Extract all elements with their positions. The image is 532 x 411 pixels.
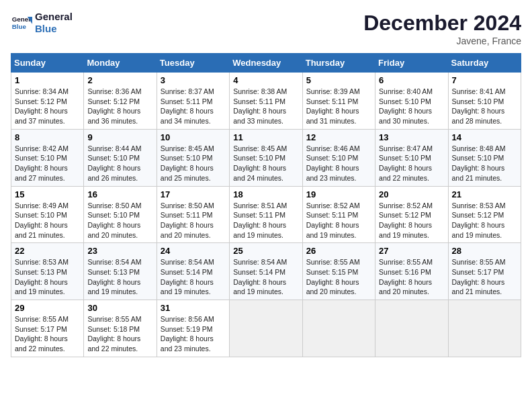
cell-info: Sunrise: 8:41 AMSunset: 5:10 PMDaylight:… bbox=[452, 87, 506, 125]
day-number: 14 bbox=[452, 132, 517, 142]
day-number: 24 bbox=[161, 246, 226, 256]
cell-info: Sunrise: 8:55 AMSunset: 5:15 PMDaylight:… bbox=[306, 258, 360, 295]
calendar-cell: 21Sunrise: 8:53 AMSunset: 5:12 PMDayligh… bbox=[448, 186, 521, 243]
calendar-cell: 29Sunrise: 8:55 AMSunset: 5:17 PMDayligh… bbox=[11, 300, 84, 357]
day-number: 7 bbox=[452, 75, 517, 85]
calendar-cell bbox=[302, 300, 375, 357]
cell-info: Sunrise: 8:45 AMSunset: 5:10 PMDaylight:… bbox=[161, 144, 214, 182]
cell-info: Sunrise: 8:49 AMSunset: 5:10 PMDaylight:… bbox=[15, 201, 69, 239]
calendar-row: 8Sunrise: 8:42 AMSunset: 5:10 PMDaylight… bbox=[11, 129, 521, 186]
calendar-cell: 10Sunrise: 8:45 AMSunset: 5:10 PMDayligh… bbox=[157, 129, 229, 186]
day-number: 9 bbox=[87, 132, 152, 142]
cell-info: Sunrise: 8:54 AMSunset: 5:14 PMDaylight:… bbox=[161, 258, 214, 295]
logo: General Blue General Blue bbox=[11, 11, 73, 35]
day-number: 28 bbox=[452, 246, 517, 256]
calendar-cell: 18Sunrise: 8:51 AMSunset: 5:11 PMDayligh… bbox=[230, 186, 302, 243]
logo-line1: General bbox=[35, 11, 73, 23]
day-number: 23 bbox=[87, 246, 152, 256]
weekday-header-cell: Saturday bbox=[448, 54, 521, 73]
cell-info: Sunrise: 8:47 AMSunset: 5:10 PMDaylight:… bbox=[379, 144, 433, 182]
calendar-cell: 14Sunrise: 8:48 AMSunset: 5:10 PMDayligh… bbox=[448, 129, 521, 186]
calendar-cell: 25Sunrise: 8:54 AMSunset: 5:14 PMDayligh… bbox=[230, 243, 302, 300]
day-number: 6 bbox=[379, 75, 444, 85]
calendar-cell: 1Sunrise: 8:34 AMSunset: 5:12 PMDaylight… bbox=[11, 73, 84, 130]
calendar-cell: 11Sunrise: 8:45 AMSunset: 5:10 PMDayligh… bbox=[230, 129, 302, 186]
calendar-cell: 20Sunrise: 8:52 AMSunset: 5:12 PMDayligh… bbox=[375, 186, 448, 243]
calendar-row: 29Sunrise: 8:55 AMSunset: 5:17 PMDayligh… bbox=[11, 300, 521, 357]
calendar-cell: 7Sunrise: 8:41 AMSunset: 5:10 PMDaylight… bbox=[448, 73, 521, 130]
month-title: December 2024 bbox=[363, 11, 521, 36]
cell-info: Sunrise: 8:37 AMSunset: 5:11 PMDaylight:… bbox=[161, 87, 214, 125]
calendar-cell: 22Sunrise: 8:53 AMSunset: 5:13 PMDayligh… bbox=[11, 243, 84, 300]
weekday-header-cell: Sunday bbox=[11, 54, 84, 73]
day-number: 3 bbox=[161, 75, 226, 85]
day-number: 30 bbox=[87, 303, 152, 313]
calendar-cell bbox=[375, 300, 448, 357]
calendar-cell: 27Sunrise: 8:55 AMSunset: 5:16 PMDayligh… bbox=[375, 243, 448, 300]
calendar-cell: 17Sunrise: 8:50 AMSunset: 5:11 PMDayligh… bbox=[157, 186, 229, 243]
cell-info: Sunrise: 8:39 AMSunset: 5:11 PMDaylight:… bbox=[306, 87, 360, 125]
cell-info: Sunrise: 8:55 AMSunset: 5:16 PMDaylight:… bbox=[379, 258, 433, 295]
day-number: 16 bbox=[87, 189, 152, 199]
day-number: 31 bbox=[161, 303, 226, 313]
location: Javene, France bbox=[363, 36, 521, 46]
cell-info: Sunrise: 8:50 AMSunset: 5:11 PMDaylight:… bbox=[161, 201, 214, 239]
calendar-cell: 16Sunrise: 8:50 AMSunset: 5:10 PMDayligh… bbox=[84, 186, 157, 243]
day-number: 2 bbox=[87, 75, 152, 85]
calendar-cell: 2Sunrise: 8:36 AMSunset: 5:12 PMDaylight… bbox=[84, 73, 157, 130]
calendar-cell: 5Sunrise: 8:39 AMSunset: 5:11 PMDaylight… bbox=[302, 73, 375, 130]
day-number: 8 bbox=[15, 132, 80, 142]
weekday-header-cell: Wednesday bbox=[230, 54, 302, 73]
calendar-cell bbox=[448, 300, 521, 357]
weekday-header-cell: Monday bbox=[84, 54, 157, 73]
weekday-header-row: SundayMondayTuesdayWednesdayThursdayFrid… bbox=[11, 54, 521, 73]
calendar-cell: 4Sunrise: 8:38 AMSunset: 5:11 PMDaylight… bbox=[230, 73, 302, 130]
calendar-cell: 8Sunrise: 8:42 AMSunset: 5:10 PMDaylight… bbox=[11, 129, 84, 186]
day-number: 21 bbox=[452, 189, 517, 199]
calendar-body: 1Sunrise: 8:34 AMSunset: 5:12 PMDaylight… bbox=[11, 73, 521, 357]
day-number: 1 bbox=[15, 75, 80, 85]
cell-info: Sunrise: 8:40 AMSunset: 5:10 PMDaylight:… bbox=[379, 87, 433, 125]
calendar-cell: 6Sunrise: 8:40 AMSunset: 5:10 PMDaylight… bbox=[375, 73, 448, 130]
svg-text:Blue: Blue bbox=[12, 23, 27, 30]
cell-info: Sunrise: 8:53 AMSunset: 5:13 PMDaylight:… bbox=[15, 258, 69, 295]
cell-info: Sunrise: 8:50 AMSunset: 5:10 PMDaylight:… bbox=[87, 201, 141, 239]
day-number: 20 bbox=[379, 189, 444, 199]
cell-info: Sunrise: 8:38 AMSunset: 5:11 PMDaylight:… bbox=[233, 87, 287, 125]
day-number: 25 bbox=[233, 246, 298, 256]
day-number: 5 bbox=[306, 75, 371, 85]
day-number: 4 bbox=[233, 75, 298, 85]
day-number: 12 bbox=[306, 132, 371, 142]
cell-info: Sunrise: 8:51 AMSunset: 5:11 PMDaylight:… bbox=[233, 201, 287, 239]
day-number: 27 bbox=[379, 246, 444, 256]
calendar-cell: 9Sunrise: 8:44 AMSunset: 5:10 PMDaylight… bbox=[84, 129, 157, 186]
day-number: 13 bbox=[379, 132, 444, 142]
calendar-cell: 28Sunrise: 8:55 AMSunset: 5:17 PMDayligh… bbox=[448, 243, 521, 300]
cell-info: Sunrise: 8:45 AMSunset: 5:10 PMDaylight:… bbox=[233, 144, 287, 182]
cell-info: Sunrise: 8:52 AMSunset: 5:12 PMDaylight:… bbox=[379, 201, 433, 239]
weekday-header-cell: Friday bbox=[375, 54, 448, 73]
day-number: 17 bbox=[161, 189, 226, 199]
calendar-row: 15Sunrise: 8:49 AMSunset: 5:10 PMDayligh… bbox=[11, 186, 521, 243]
cell-info: Sunrise: 8:54 AMSunset: 5:13 PMDaylight:… bbox=[87, 258, 141, 295]
calendar-cell: 23Sunrise: 8:54 AMSunset: 5:13 PMDayligh… bbox=[84, 243, 157, 300]
calendar-cell: 13Sunrise: 8:47 AMSunset: 5:10 PMDayligh… bbox=[375, 129, 448, 186]
cell-info: Sunrise: 8:36 AMSunset: 5:12 PMDaylight:… bbox=[87, 87, 141, 125]
day-number: 10 bbox=[161, 132, 226, 142]
cell-info: Sunrise: 8:46 AMSunset: 5:10 PMDaylight:… bbox=[306, 144, 360, 182]
calendar-cell: 12Sunrise: 8:46 AMSunset: 5:10 PMDayligh… bbox=[302, 129, 375, 186]
cell-info: Sunrise: 8:42 AMSunset: 5:10 PMDaylight:… bbox=[15, 144, 69, 182]
calendar-table: SundayMondayTuesdayWednesdayThursdayFrid… bbox=[11, 53, 521, 357]
day-number: 15 bbox=[15, 189, 80, 199]
day-number: 19 bbox=[306, 189, 371, 199]
cell-info: Sunrise: 8:55 AMSunset: 5:18 PMDaylight:… bbox=[87, 315, 141, 353]
logo-icon: General Blue bbox=[11, 12, 32, 34]
day-number: 22 bbox=[15, 246, 80, 256]
day-number: 11 bbox=[233, 132, 298, 142]
cell-info: Sunrise: 8:52 AMSunset: 5:11 PMDaylight:… bbox=[306, 201, 360, 239]
title-area: December 2024 Javene, France bbox=[363, 11, 521, 46]
weekday-header-cell: Thursday bbox=[302, 54, 375, 73]
cell-info: Sunrise: 8:55 AMSunset: 5:17 PMDaylight:… bbox=[15, 315, 69, 353]
calendar-cell: 19Sunrise: 8:52 AMSunset: 5:11 PMDayligh… bbox=[302, 186, 375, 243]
calendar-cell bbox=[230, 300, 302, 357]
